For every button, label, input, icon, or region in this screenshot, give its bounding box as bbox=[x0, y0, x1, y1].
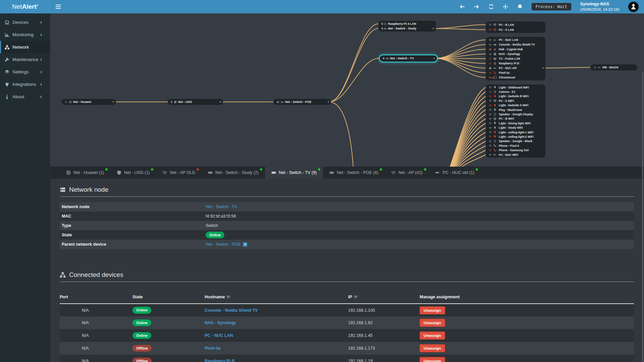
column-header-hostname[interactable]: Hostname bbox=[205, 291, 348, 304]
state-cell: Online bbox=[132, 329, 205, 342]
device-pc-b-wifi[interactable]: PC - B WiFi bbox=[486, 117, 545, 121]
hostname-link[interactable]: PC - NUC LAN bbox=[205, 333, 233, 338]
property-row-parent-network-device: Parent network deviceNet - Switch - POE bbox=[60, 240, 634, 249]
device-speaker-google-black[interactable]: Speaker - Google - Black bbox=[486, 139, 545, 143]
node-label: Net - Switch - POE bbox=[285, 100, 312, 104]
device-light-study-wifi[interactable]: Light - Study WiFi bbox=[486, 126, 545, 130]
device-pc-s-wifi[interactable]: PC - S WiFi bbox=[486, 99, 545, 103]
sidebar-item-about[interactable]: About bbox=[0, 90, 50, 103]
wifi-icon bbox=[489, 23, 492, 26]
device-light-ceiling-light-1-wifi[interactable]: Light - ceiling-light-1 WiFi bbox=[486, 130, 545, 134]
node-nixos[interactable]: VM - NixOS bbox=[590, 64, 637, 70]
device-type-slot bbox=[493, 71, 499, 74]
sidebar-item-monitoring[interactable]: Monitoring bbox=[0, 28, 50, 41]
device-type-slot bbox=[493, 122, 499, 125]
state-cell: Online bbox=[132, 316, 205, 329]
device-label: Plug - Washroom bbox=[499, 108, 522, 112]
page-scrollbar[interactable] bbox=[642, 72, 643, 362]
device-camera-e1[interactable]: Camera - E1 bbox=[486, 89, 545, 94]
device-light-ceiling-light-2-wifi[interactable]: Light - ceiling-light-2 WiFi bbox=[486, 134, 545, 139]
tab-net-switch-tv-9-[interactable]: Net - Switch - TV (9) bbox=[265, 167, 323, 179]
device-raspberry-pi-b[interactable]: Raspberry Pi B bbox=[486, 61, 545, 66]
sidebar-item-settings[interactable]: Settings bbox=[0, 66, 50, 78]
bell-icon[interactable] bbox=[517, 4, 523, 9]
device-phone-samsung-s10[interactable]: Phone - Samsung S10 bbox=[486, 148, 545, 152]
tab-net-ap-42-[interactable]: Net - AP (42) bbox=[385, 167, 429, 179]
move-icon[interactable] bbox=[503, 4, 508, 9]
device-chromecast[interactable]: NoneChromecast bbox=[486, 75, 545, 80]
bulb-icon bbox=[493, 104, 496, 107]
node-tv[interactable]: 4Net - Switch - TV bbox=[379, 55, 438, 62]
hostname-link[interactable]: Pixel-3a bbox=[205, 346, 220, 351]
tab-pc-nuc-old-1-[interactable]: PC - NUC old (1) bbox=[429, 167, 481, 179]
device-console-nvidia-shield-tv[interactable]: Console - Nvidia Shield TV bbox=[486, 42, 545, 47]
unassign-button[interactable]: Unassign bbox=[420, 331, 445, 340]
device-hub-cygnet-hub[interactable]: Hub - Cygnet Hub bbox=[486, 47, 545, 52]
device-pc-b-lan[interactable]: PC - B LAN bbox=[486, 22, 545, 27]
device-pc-nuc-lan[interactable]: PC - NUC LAN bbox=[486, 38, 545, 42]
unassign-button[interactable]: Unassign bbox=[420, 344, 445, 352]
tab-net-switch-study-2-[interactable]: Net - Switch - Study (2) bbox=[202, 167, 265, 179]
sidebar-item-maintenance[interactable]: Maintenance bbox=[0, 53, 50, 66]
nav-forward-icon[interactable] bbox=[474, 4, 479, 9]
network-topology-canvas[interactable]: Net - Huawei1Net - USGNet - Switch - POE… bbox=[50, 13, 644, 167]
device-light-sideboard-wifi[interactable]: Light - Sideboard WiFi bbox=[486, 85, 545, 89]
sidebar-item-network[interactable]: Network bbox=[0, 41, 50, 53]
device-pc-nuc-wifi[interactable]: PC - NUC WiFi bbox=[486, 153, 545, 157]
node-link[interactable]: Net - Switch - POE bbox=[206, 242, 241, 247]
node-huawei[interactable]: Net - Huawei bbox=[61, 99, 116, 105]
brand-bold: Alert bbox=[22, 3, 37, 10]
nav-back-icon[interactable] bbox=[460, 4, 465, 9]
connection-slot bbox=[489, 126, 493, 129]
speaker-icon bbox=[493, 140, 496, 143]
device-panel-lan2: PC - B LANPC - S LAN bbox=[486, 21, 545, 33]
tab-status-dot bbox=[476, 168, 478, 171]
unassign-button[interactable]: Unassign bbox=[420, 306, 445, 314]
device-plug-washroom[interactable]: Plug - Washroom bbox=[486, 108, 545, 112]
wifi-icon bbox=[489, 117, 492, 120]
device-pixel-3a[interactable]: Pixel-3a bbox=[486, 70, 545, 75]
hostname-link[interactable]: Raspberry Pi B bbox=[205, 359, 235, 362]
device-tv-frame-lan[interactable]: TV - Frame LAN bbox=[486, 56, 545, 61]
connection-slot bbox=[489, 86, 493, 89]
node-count: 1 bbox=[171, 100, 172, 104]
device-phone-pixel-6[interactable]: Phone - Pixel 6 bbox=[486, 143, 545, 148]
device-light-bedside-s-wifi[interactable]: Light - bedside S WiFi bbox=[486, 103, 545, 108]
tab-net-ap-old[interactable]: Net - AP OLD bbox=[156, 167, 202, 179]
device-nas-synology[interactable]: NAS - Synology bbox=[486, 52, 545, 56]
sidebar-toggle-button[interactable] bbox=[50, 0, 66, 13]
device-pc-s-lan[interactable]: PC - S LAN bbox=[486, 27, 545, 32]
app-logo[interactable]: NetAlertx bbox=[0, 0, 50, 13]
raspberry-icon bbox=[493, 62, 496, 65]
refresh-icon[interactable] bbox=[488, 4, 494, 9]
node-net-switch-study[interactable]: 3Net - Switch - Study bbox=[378, 26, 436, 31]
node-poe[interactable]: Net - Switch - POE bbox=[273, 99, 331, 105]
sidebar-item-integrations[interactable]: Integrations bbox=[0, 78, 50, 90]
wifi-icon bbox=[489, 53, 492, 56]
node-tabstrip: Net - Huawei (1)Net - USG (1)Net - AP OL… bbox=[50, 167, 644, 179]
unassign-button[interactable]: Unassign bbox=[420, 319, 445, 327]
hostname-link[interactable]: Console - Nvidia Shield TV bbox=[205, 308, 258, 313]
node-link[interactable]: Net - Switch - TV bbox=[206, 204, 237, 209]
tab-net-switch-poe-4-[interactable]: Net - Switch - POE (4) bbox=[323, 167, 385, 179]
hostname-cell: NAS - Synology bbox=[205, 316, 348, 329]
device-pc-nuc-old[interactable]: PC - NUC old bbox=[486, 66, 545, 70]
device-speaker-google-display[interactable]: Speaker - Google Display bbox=[486, 112, 545, 116]
tab-status-dot bbox=[197, 168, 199, 171]
column-header-ip[interactable]: IP bbox=[348, 291, 420, 304]
hostname-link[interactable]: NAS - Synology bbox=[205, 320, 236, 325]
node-raspberry-pi-4-lan[interactable]: 5Raspberry Pi 4 LAN bbox=[378, 21, 436, 26]
property-row-mac: MACf4:92:bf:a3:f3:56 bbox=[60, 212, 634, 221]
connection-slot bbox=[489, 53, 493, 56]
node-usg[interactable]: 1Net - USG bbox=[168, 99, 223, 105]
state-badge: Online bbox=[132, 307, 151, 314]
sidebar-item-devices[interactable]: Devices bbox=[0, 16, 50, 28]
avatar[interactable] bbox=[628, 2, 639, 12]
unassign-button[interactable]: Unassign bbox=[420, 357, 445, 362]
tab-net-huawei-1-[interactable]: Net - Huawei (1) bbox=[60, 167, 110, 179]
tab-net-usg-1-[interactable]: Net - USG (1) bbox=[110, 167, 156, 179]
device-light-dining-light-wifi[interactable]: Light - Dining light WiFi bbox=[486, 121, 545, 125]
device-light-bedside-b-wifi[interactable]: Light - bedside B WiFi bbox=[486, 94, 545, 99]
external-icon[interactable] bbox=[243, 242, 247, 247]
sidebar-item-label: Monitoring bbox=[12, 32, 34, 37]
